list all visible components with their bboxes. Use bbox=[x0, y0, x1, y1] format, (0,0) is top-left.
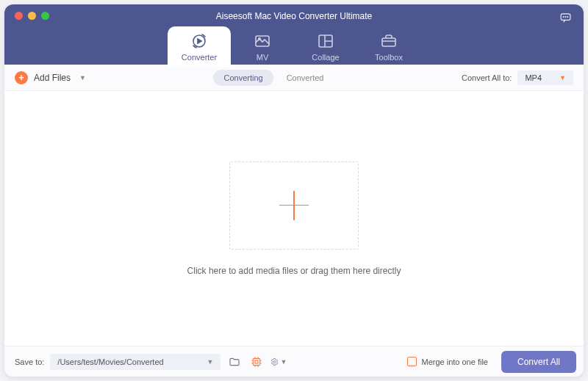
chevron-down-icon: ▼ bbox=[559, 74, 566, 81]
svg-point-12 bbox=[274, 360, 276, 363]
svg-marker-5 bbox=[198, 39, 201, 43]
segment-converting[interactable]: Converting bbox=[213, 70, 273, 86]
feedback-icon[interactable] bbox=[559, 12, 572, 27]
add-files-button[interactable]: + Add Files ▼ bbox=[15, 71, 86, 84]
app-window: Aiseesoft Mac Video Converter Ultimate C… bbox=[4, 4, 584, 377]
app-title: Aiseesoft Mac Video Converter Ultimate bbox=[4, 11, 584, 21]
toolbox-icon bbox=[380, 32, 398, 50]
titlebar: Aiseesoft Mac Video Converter Ultimate C… bbox=[4, 4, 584, 65]
converter-icon bbox=[190, 32, 208, 50]
gpu-accel-button[interactable] bbox=[248, 354, 265, 370]
tab-mv[interactable]: MV bbox=[231, 26, 294, 67]
chevron-down-icon: ▼ bbox=[207, 358, 213, 366]
window-controls bbox=[15, 12, 49, 20]
dropzone[interactable] bbox=[229, 162, 359, 250]
maximize-icon[interactable] bbox=[41, 12, 49, 20]
minimize-icon[interactable] bbox=[28, 12, 36, 20]
add-files-label: Add Files bbox=[34, 73, 71, 83]
convert-all-to-label: Convert All to: bbox=[462, 73, 512, 82]
plus-circle-icon: + bbox=[15, 71, 28, 84]
plus-icon bbox=[279, 191, 309, 220]
merge-label: Merge into one file bbox=[421, 358, 488, 366]
status-segment: Converting Converted bbox=[213, 70, 334, 86]
save-to-label: Save to: bbox=[15, 358, 44, 366]
svg-rect-11 bbox=[255, 360, 258, 363]
tab-label: Toolbox bbox=[375, 53, 403, 62]
main-tabs: Converter MV Collage bbox=[168, 26, 420, 67]
close-icon[interactable] bbox=[15, 12, 23, 20]
merge-checkbox[interactable]: Merge into one file bbox=[407, 357, 488, 366]
stage: Click here to add media files or drag th… bbox=[4, 91, 584, 346]
svg-point-3 bbox=[567, 17, 568, 18]
format-select[interactable]: MP4 ▼ bbox=[517, 70, 573, 85]
tab-label: MV bbox=[257, 53, 269, 62]
tab-converter[interactable]: Converter bbox=[168, 26, 231, 67]
tab-label: Collage bbox=[312, 53, 339, 62]
tab-toolbox[interactable]: Toolbox bbox=[357, 26, 420, 67]
chevron-down-icon[interactable]: ▼ bbox=[79, 74, 86, 81]
format-value: MP4 bbox=[525, 73, 542, 82]
svg-rect-9 bbox=[382, 38, 395, 46]
svg-point-1 bbox=[563, 17, 564, 18]
save-path-value: /Users/test/Movies/Converted bbox=[57, 358, 163, 366]
svg-point-2 bbox=[565, 17, 566, 18]
svg-rect-10 bbox=[254, 358, 260, 365]
dropzone-hint: Click here to add media files or drag th… bbox=[187, 266, 401, 276]
settings-button[interactable]: ▼ bbox=[270, 354, 287, 370]
open-folder-button[interactable] bbox=[226, 354, 243, 370]
mv-icon bbox=[254, 32, 271, 50]
tab-collage[interactable]: Collage bbox=[294, 26, 357, 67]
convert-all-to: Convert All to: MP4 ▼ bbox=[462, 70, 573, 85]
checkbox-icon bbox=[407, 357, 417, 366]
footer-bar: Save to: /Users/test/Movies/Converted ▼ … bbox=[4, 346, 584, 377]
chevron-down-icon: ▼ bbox=[280, 358, 287, 366]
save-path-select[interactable]: /Users/test/Movies/Converted ▼ bbox=[50, 354, 220, 370]
collage-icon bbox=[317, 32, 334, 50]
convert-all-button[interactable]: Convert All bbox=[501, 351, 576, 373]
tab-label: Converter bbox=[182, 53, 217, 62]
secondary-toolbar: + Add Files ▼ Converting Converted Conve… bbox=[4, 65, 584, 91]
segment-converted[interactable]: Converted bbox=[276, 70, 334, 86]
